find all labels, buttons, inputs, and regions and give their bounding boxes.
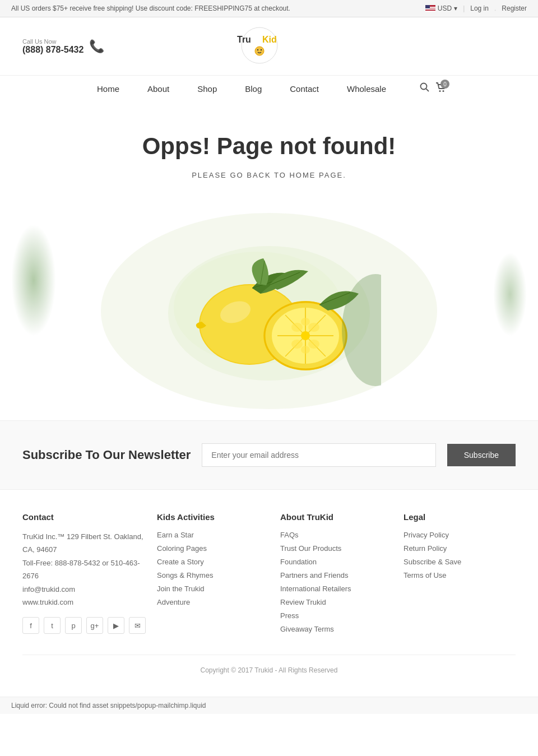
list-item: Foundation	[280, 557, 392, 566]
logo[interactable]: Tru Kid	[220, 26, 299, 67]
international-retailers-link[interactable]: International Retailers	[280, 585, 351, 593]
youtube-icon[interactable]: ▶	[108, 617, 124, 634]
about-trukid-heading: About TruKid	[280, 512, 392, 522]
list-item: Press	[280, 611, 392, 620]
privacy-policy-link[interactable]: Privacy Policy	[404, 531, 449, 539]
list-item: Adventure	[157, 597, 269, 606]
address-text: TruKid Inc.™ 129 Filbert St. Oakland, CA…	[22, 530, 146, 556]
adventure-link[interactable]: Adventure	[157, 598, 190, 606]
svg-point-9	[443, 90, 444, 92]
list-item: Review Trukid	[280, 597, 392, 606]
svg-point-30	[301, 346, 310, 354]
navbar: Home About Shop Blog Contact Wholesale 0	[0, 75, 538, 99]
email-text: info@trukid.com	[22, 583, 146, 596]
currency-selector[interactable]: USD ▾	[425, 4, 457, 12]
list-item: FAQs	[280, 530, 392, 539]
cart-button[interactable]: 0	[435, 82, 447, 95]
subscribe-input-wrap	[202, 443, 435, 467]
tollfree-text: Toll-Free: 888-878-5432 or 510-463-2676	[22, 556, 146, 583]
twitter-icon[interactable]: t	[44, 617, 61, 634]
phone-section: Call Us Now (888) 878-5432 📞	[22, 38, 104, 55]
footer-legal: Legal Privacy Policy Return Policy Subsc…	[404, 512, 516, 638]
pinterest-icon[interactable]: p	[65, 617, 82, 634]
copyright-text: Copyright © 2017 Trukid - All Rights Res…	[201, 666, 338, 674]
liquid-error-bar: Liquid error: Could not find asset snipp…	[0, 697, 538, 714]
create-a-story-link[interactable]: Create a Story	[157, 558, 204, 566]
register-link[interactable]: Register	[502, 4, 527, 12]
svg-point-25	[291, 323, 303, 332]
svg-point-29	[301, 318, 310, 326]
nav-contact[interactable]: Contact	[284, 81, 324, 96]
list-item: Join the Trukid	[157, 584, 269, 593]
nav-blog[interactable]: Blog	[239, 81, 267, 96]
list-item: Giveaway Terms	[280, 624, 392, 633]
contact-address: TruKid Inc.™ 129 Filbert St. Oakland, CA…	[22, 530, 146, 609]
nav-wholesale[interactable]: Wholesale	[341, 81, 392, 96]
chevron-down-icon: ▾	[454, 4, 457, 12]
review-trukid-link[interactable]: Review Trukid	[280, 598, 326, 606]
terms-of-use-link[interactable]: Terms of Use	[404, 571, 447, 579]
nav-shop[interactable]: Shop	[192, 81, 222, 96]
login-link[interactable]: Log in	[470, 4, 489, 12]
top-bar-right: USD ▾ | Log in . Register	[425, 4, 527, 12]
facebook-icon[interactable]: f	[22, 617, 39, 634]
top-bar: All US orders $75+ receive free shipping…	[0, 0, 538, 17]
us-flag-icon	[425, 5, 435, 12]
footer-about-trukid: About TruKid FAQs Trust Our Products Fou…	[280, 512, 392, 638]
svg-point-6	[421, 84, 427, 90]
press-link[interactable]: Press	[280, 611, 299, 620]
foundation-link[interactable]: Foundation	[280, 558, 317, 566]
list-item: Create a Story	[157, 557, 269, 566]
list-item: Privacy Policy	[404, 530, 516, 539]
main-content: Opps! Page not found! PLEASE GO BACK TO …	[0, 99, 538, 420]
svg-line-7	[426, 89, 429, 92]
list-item: Songs & Rhymes	[157, 571, 269, 579]
error-heading: Opps! Page not found!	[11, 133, 527, 160]
search-button[interactable]	[420, 82, 430, 95]
list-item: Trust Our Products	[280, 544, 392, 553]
svg-point-31	[301, 331, 310, 340]
liquid-error-text: Liquid error: Could not find asset snipp…	[11, 702, 206, 709]
svg-point-26	[308, 323, 319, 332]
songs-rhymes-link[interactable]: Songs & Rhymes	[157, 571, 213, 579]
leaf-right-decoration	[493, 252, 527, 336]
kids-activities-list: Earn a Star Coloring Pages Create a Stor…	[157, 530, 269, 606]
search-icon	[420, 82, 430, 92]
phone-info: Call Us Now (888) 878-5432	[22, 38, 84, 55]
return-policy-link[interactable]: Return Policy	[404, 544, 447, 553]
svg-point-3	[255, 47, 264, 55]
divider: |	[463, 4, 465, 12]
go-back-link[interactable]: PLEASE GO BACK TO HOME PAGE.	[192, 171, 346, 179]
phone-number: (888) 878-5432	[22, 45, 84, 55]
nav-home[interactable]: Home	[91, 81, 125, 96]
nav-about[interactable]: About	[142, 81, 175, 96]
email-input[interactable]	[202, 443, 435, 467]
faqs-link[interactable]: FAQs	[280, 531, 299, 539]
earn-a-star-link[interactable]: Earn a Star	[157, 531, 194, 539]
leaf-left-decoration	[11, 224, 56, 336]
subscribe-section: Subscribe To Our Newsletter Subscribe	[0, 420, 538, 489]
giveaway-terms-link[interactable]: Giveaway Terms	[280, 625, 334, 633]
header: Call Us Now (888) 878-5432 📞 Tru Kid	[0, 17, 538, 75]
email-icon[interactable]: ✉	[129, 617, 146, 634]
footer: Contact TruKid Inc.™ 129 Filbert St. Oak…	[0, 489, 538, 697]
nav-icons: 0	[420, 82, 447, 95]
partners-friends-link[interactable]: Partners and Friends	[280, 571, 348, 579]
svg-point-28	[308, 340, 319, 349]
google-plus-icon[interactable]: g+	[86, 617, 103, 634]
contact-heading: Contact	[22, 512, 146, 522]
coloring-pages-link[interactable]: Coloring Pages	[157, 544, 207, 553]
lemon-illustration	[11, 196, 527, 420]
subscribe-title: Subscribe To Our Newsletter	[22, 447, 191, 463]
subscribe-button[interactable]: Subscribe	[447, 444, 516, 466]
footer-contact: Contact TruKid Inc.™ 129 Filbert St. Oak…	[22, 512, 146, 638]
subscribe-save-link[interactable]: Subscribe & Save	[404, 558, 461, 566]
footer-kids-activities: Kids Activities Earn a Star Coloring Pag…	[157, 512, 269, 638]
svg-text:Tru: Tru	[237, 35, 251, 44]
join-trukid-link[interactable]: Join the Trukid	[157, 585, 205, 593]
kids-activities-heading: Kids Activities	[157, 512, 269, 522]
trust-products-link[interactable]: Trust Our Products	[280, 544, 341, 553]
logo-image: Tru Kid	[220, 26, 299, 65]
footer-bottom: Copyright © 2017 Trukid - All Rights Res…	[22, 655, 516, 674]
svg-point-4	[257, 49, 258, 50]
